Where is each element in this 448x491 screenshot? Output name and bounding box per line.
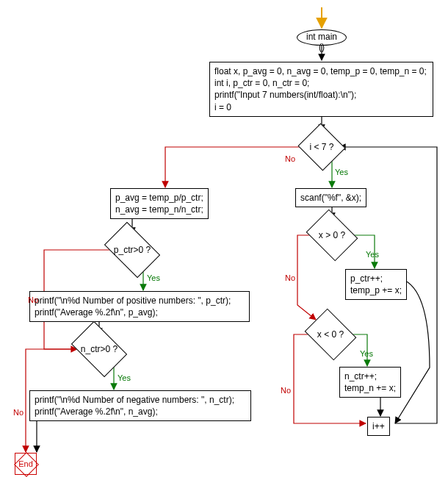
print-pos-block: printf("\n%d Number of positive numbers:… <box>29 291 250 322</box>
cond-xneg-diamond: x < 0 ? <box>310 318 351 351</box>
init-text: float x, p_avg = 0, n_avg = 0, temp_p = … <box>214 66 427 112</box>
flowchart-canvas: int main () float x, p_avg = 0, n_avg = … <box>0 0 448 491</box>
edge-yes: Yes <box>360 349 373 358</box>
edge-no: No <box>285 154 295 163</box>
edge-no: No <box>28 295 38 304</box>
edge-no: No <box>281 386 291 395</box>
cond-xpos-diamond: x > 0 ? <box>311 219 353 251</box>
end-node: End <box>15 453 37 475</box>
cond-nctr-diamond: n_ctr>0 ? <box>76 333 123 365</box>
print-neg-block: printf("\n%d Number of negative numbers:… <box>29 390 251 421</box>
scan-block: scanf("%f", &x); <box>295 188 366 207</box>
print-neg-text: printf("\n%d Number of negative numbers:… <box>35 395 234 417</box>
edge-yes: Yes <box>335 168 348 176</box>
cond-i-diamond: i < 7 ? <box>304 131 339 163</box>
cond-nctr-label: n_ctr>0 ? <box>81 344 118 354</box>
inc-text: i++ <box>372 421 385 431</box>
cond-pctr-label: p_ctr>0 ? <box>114 245 151 255</box>
pos-text: p_ctr++; temp_p += x; <box>350 273 402 295</box>
inc-block: i++ <box>367 417 390 436</box>
cond-xpos-label: x > 0 ? <box>319 230 345 240</box>
start-node: int main () <box>297 29 347 46</box>
cond-xneg-label: x < 0 ? <box>317 329 344 340</box>
edge-yes: Yes <box>366 250 379 259</box>
edge-no: No <box>285 273 295 282</box>
scan-text: scanf("%f", &x); <box>300 193 361 203</box>
calc-avg-text: p_avg = temp_p/p_ctr; n_avg = temp_n/n_c… <box>115 193 203 215</box>
cond-i-label: i < 7 ? <box>309 142 333 152</box>
cond-pctr-diamond: p_ctr>0 ? <box>109 234 156 266</box>
neg-block: n_ctr++; temp_n += x; <box>339 367 401 398</box>
edge-yes: Yes <box>147 273 160 282</box>
neg-text: n_ctr++; temp_n += x; <box>344 371 396 393</box>
init-block: float x, p_avg = 0, n_avg = 0, temp_p = … <box>209 62 433 117</box>
print-pos-text: printf("\n%d Number of positive numbers:… <box>35 295 231 318</box>
calc-avg-block: p_avg = temp_p/p_ctr; n_avg = temp_n/n_c… <box>110 188 209 219</box>
edge-yes: Yes <box>118 373 131 382</box>
edge-no: No <box>13 408 24 417</box>
end-label: End <box>18 459 33 468</box>
pos-block: p_ctr++; temp_p += x; <box>345 269 407 300</box>
